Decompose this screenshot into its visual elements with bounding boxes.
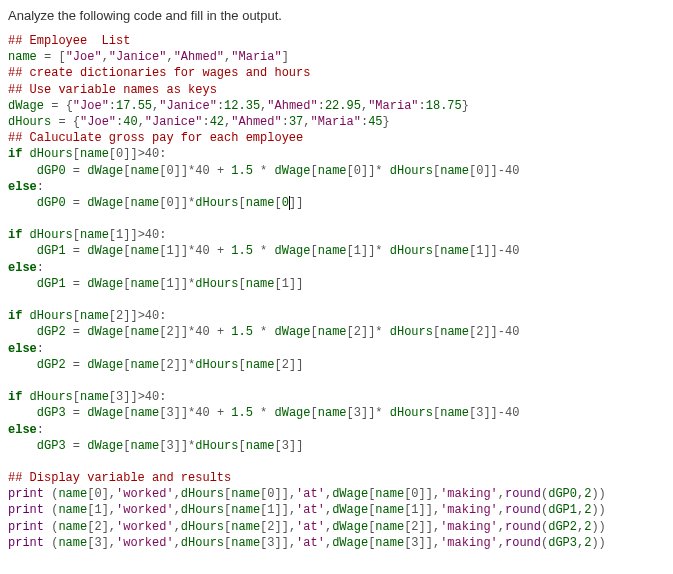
- print-call: print: [8, 536, 44, 550]
- identifier: dWage: [87, 196, 123, 210]
- bracket: ]: [491, 164, 498, 178]
- print-call: print: [8, 503, 44, 517]
- string-literal: "Janice": [159, 99, 217, 113]
- print-call: print: [8, 487, 44, 501]
- identifier: name: [80, 228, 109, 242]
- paren: )): [591, 503, 605, 517]
- paren: )): [591, 520, 605, 534]
- identifier: name: [440, 164, 469, 178]
- identifier: dHours: [390, 325, 433, 339]
- op: *40: [188, 406, 210, 420]
- comma: ,: [498, 503, 505, 517]
- string-literal: 'worked': [116, 487, 174, 501]
- bracket: [: [58, 50, 65, 64]
- string-literal: "Maria": [231, 50, 281, 64]
- identifier: dHours: [195, 277, 238, 291]
- number: 1.5: [231, 325, 253, 339]
- keyword-else: else: [8, 423, 37, 437]
- identifier: name: [231, 536, 260, 550]
- index: [0]: [347, 164, 369, 178]
- bracket: ]: [296, 196, 303, 210]
- string-literal: "Ahmed": [174, 50, 224, 64]
- number: 12.35: [224, 99, 260, 113]
- bracket: ]: [181, 406, 188, 420]
- identifier: name: [80, 147, 109, 161]
- bracket: [: [239, 196, 246, 210]
- number: 17.55: [116, 99, 152, 113]
- identifier: dHours: [181, 487, 224, 501]
- number: 45: [368, 115, 382, 129]
- identifier: name: [375, 487, 404, 501]
- op: =: [66, 406, 88, 420]
- op: =: [37, 50, 59, 64]
- identifier: dWage: [87, 439, 123, 453]
- comment-line: ## Display variable and results: [8, 471, 231, 485]
- identifier: name: [375, 520, 404, 534]
- op: +: [210, 244, 232, 258]
- index: [3]: [469, 406, 491, 420]
- identifier: name: [246, 358, 275, 372]
- string-literal: 'making': [440, 487, 498, 501]
- paren: )): [591, 487, 605, 501]
- string-literal: "Ahmed": [267, 99, 317, 113]
- identifier: dWage: [87, 164, 123, 178]
- comma: ,: [102, 50, 109, 64]
- index: [2]: [469, 325, 491, 339]
- identifier: name: [440, 406, 469, 420]
- string-literal: "Maria": [311, 115, 361, 129]
- round-call: round: [505, 487, 541, 501]
- brace: {: [73, 115, 80, 129]
- identifier: dHours: [390, 406, 433, 420]
- identifier: name: [130, 358, 159, 372]
- string-literal: 'making': [440, 503, 498, 517]
- op: +: [210, 325, 232, 339]
- colon: :: [37, 180, 44, 194]
- op: =: [66, 196, 88, 210]
- identifier: dWage: [87, 325, 123, 339]
- keyword-else: else: [8, 261, 37, 275]
- identifier: name: [80, 390, 109, 404]
- string-literal: "Joe": [80, 115, 116, 129]
- string-literal: "Maria": [368, 99, 418, 113]
- colon: :: [37, 423, 44, 437]
- identifier: dHours: [181, 520, 224, 534]
- bracket: ]: [282, 520, 289, 534]
- comma: ,: [303, 115, 310, 129]
- string-literal: 'at': [296, 520, 325, 534]
- identifier: dGP1: [37, 244, 66, 258]
- identifier: name: [58, 487, 87, 501]
- number: 40: [123, 115, 137, 129]
- bracket: [: [275, 196, 282, 210]
- op: -40: [498, 164, 520, 178]
- identifier: name: [375, 503, 404, 517]
- identifier: dGP2: [37, 358, 66, 372]
- string-literal: 'worked': [116, 536, 174, 550]
- bracket: ]: [296, 358, 303, 372]
- identifier: dWage: [332, 520, 368, 534]
- colon: :: [419, 99, 426, 113]
- bracket: ]: [296, 277, 303, 291]
- comma: ,: [498, 520, 505, 534]
- bracket: [: [311, 325, 318, 339]
- index: [1]: [159, 244, 181, 258]
- bracket: ]: [130, 390, 137, 404]
- bracket: ]: [296, 439, 303, 453]
- index: [1]: [109, 228, 131, 242]
- identifier: dHours: [195, 439, 238, 453]
- comment-line: ## Employee List: [8, 34, 130, 48]
- op: *40: [188, 244, 210, 258]
- identifier: dWage: [275, 325, 311, 339]
- identifier: dGP3: [37, 406, 66, 420]
- identifier: name: [246, 439, 275, 453]
- identifier: dHours: [181, 536, 224, 550]
- bracket: [: [73, 228, 80, 242]
- string-literal: "Ahmed": [231, 115, 281, 129]
- identifier: dHours: [30, 228, 73, 242]
- bracket: [: [73, 390, 80, 404]
- bracket: [: [311, 406, 318, 420]
- keyword-else: else: [8, 342, 37, 356]
- bracket: [: [311, 244, 318, 258]
- identifier: dHours: [30, 147, 73, 161]
- brace: }: [383, 115, 390, 129]
- identifier: dHours: [181, 503, 224, 517]
